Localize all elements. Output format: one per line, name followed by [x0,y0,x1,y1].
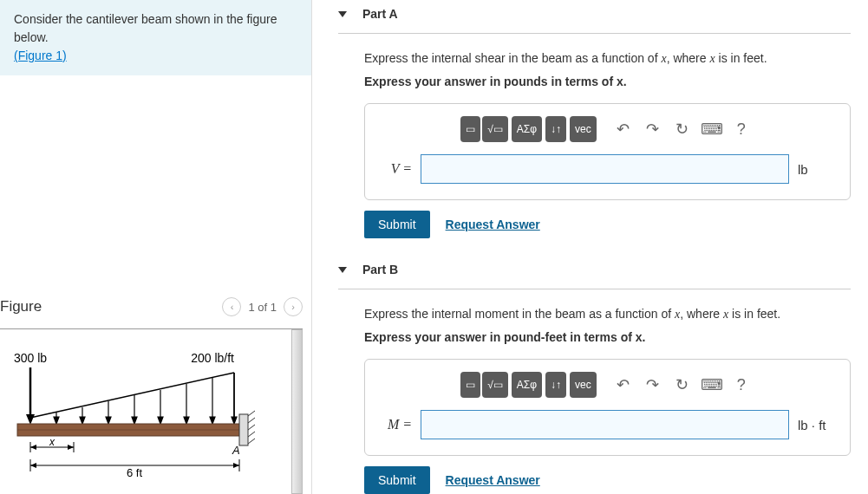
figure-canvas: 300 lb 200 lb/ft [0,329,303,494]
point-a-label: A [232,444,240,457]
undo-icon[interactable]: ↶ [610,116,636,142]
svg-marker-37 [233,463,239,468]
part-b-unit: lb · ft [798,418,834,432]
svg-marker-1 [26,414,35,425]
part-a-toolbar: ▭ √▭ ΑΣφ ↓↑ vec ↶ ↷ ↻ ⌨ ? [381,116,834,142]
arrows-button[interactable]: ↓↑ [545,372,566,398]
undo-icon[interactable]: ↶ [610,372,636,398]
figure-section: Figure ‹ 1 of 1 › 300 lb 200 lb/ft [0,290,311,494]
part-a-request-link[interactable]: Request Answer [446,218,540,231]
problem-text: Consider the cantilever beam shown in th… [14,12,277,44]
svg-line-27 [248,439,255,444]
part-a-format: Express your answer in pounds in terms o… [364,73,851,91]
svg-marker-5 [54,417,59,424]
root-button[interactable]: √▭ [482,372,508,398]
redo-icon[interactable]: ↷ [640,116,666,142]
figure-prev-button[interactable]: ‹ [222,297,241,316]
greek-button[interactable]: ΑΣφ [512,116,542,142]
part-a-header[interactable]: Part A [338,0,851,34]
figure-next-button[interactable]: › [284,297,303,316]
part-b-var-label: M = [381,417,412,432]
svg-marker-13 [158,417,163,424]
figure-nav-label: 1 of 1 [248,301,277,314]
svg-marker-19 [232,417,237,424]
caret-down-icon [338,267,347,273]
svg-marker-32 [68,445,74,450]
beam-diagram: 300 lb 200 lb/ft [0,338,260,485]
figure-nav: ‹ 1 of 1 › [222,297,303,316]
dist-load-label: 200 lb/ft [191,351,234,365]
part-a-title: Part A [362,7,398,21]
x-dim-label: x [49,436,55,448]
part-a-unit: lb [798,162,834,177]
svg-marker-9 [106,417,111,424]
part-a: Part A Express the internal shear in the… [338,0,851,247]
problem-statement: Consider the cantilever beam shown in th… [0,0,311,75]
part-b-header[interactable]: Part B [338,256,851,289]
part-a-answer-panel: ▭ √▭ ΑΣφ ↓↑ vec ↶ ↷ ↻ ⌨ ? V = [364,103,851,200]
part-a-var-label: V = [381,161,412,177]
svg-marker-7 [80,417,85,424]
svg-marker-17 [210,417,215,424]
part-b-answer-panel: ▭ √▭ ΑΣφ ↓↑ vec ↶ ↷ ↻ ⌨ ? M = [364,359,851,456]
svg-line-24 [248,418,255,423]
figure-title: Figure [0,298,42,315]
svg-line-25 [248,425,255,430]
help-icon[interactable]: ? [728,372,754,398]
svg-marker-36 [30,463,36,468]
svg-rect-22 [239,414,248,445]
arrows-button[interactable]: ↓↑ [545,116,566,142]
part-b-title: Part B [362,263,398,276]
vec-button[interactable]: vec [570,372,597,398]
keyboard-icon[interactable]: ⌨ [699,116,725,142]
left-panel: Consider the cantilever beam shown in th… [0,0,312,494]
svg-marker-15 [184,417,189,424]
svg-marker-31 [30,445,36,450]
caret-down-icon [338,11,347,17]
root-button[interactable]: √▭ [482,116,508,142]
templates-button[interactable]: ▭ [460,116,480,142]
part-b-toolbar: ▭ √▭ ΑΣφ ↓↑ vec ↶ ↷ ↻ ⌨ ? [381,372,834,398]
help-icon[interactable]: ? [728,116,754,142]
templates-button[interactable]: ▭ [460,372,480,398]
figure-link[interactable]: (Figure 1) [14,49,67,62]
redo-icon[interactable]: ↷ [640,372,666,398]
part-a-submit-button[interactable]: Submit [364,211,430,238]
greek-button[interactable]: ΑΣφ [512,372,542,398]
part-b: Part B Express the internal moment in th… [338,256,851,494]
part-b-format: Express your answer in pound-feet in ter… [364,328,851,347]
point-load-label: 300 lb [14,351,47,365]
svg-line-23 [248,411,255,416]
part-a-input[interactable] [421,154,789,184]
reset-icon[interactable]: ↻ [669,372,695,398]
part-b-request-link[interactable]: Request Answer [446,473,540,487]
span-label: 6 ft [127,466,142,479]
reset-icon[interactable]: ↻ [669,116,695,142]
svg-marker-11 [132,417,137,424]
part-b-input[interactable] [421,410,789,439]
svg-line-26 [248,432,255,437]
vec-button[interactable]: vec [570,116,597,142]
right-panel: Part A Express the internal shear in the… [312,0,868,494]
keyboard-icon[interactable]: ⌨ [699,372,725,398]
part-a-instruction: Express the internal shear in the beam a… [364,49,851,68]
svg-line-2 [30,373,234,418]
part-b-submit-button[interactable]: Submit [364,466,430,494]
part-b-instruction: Express the internal moment in the beam … [364,305,851,323]
